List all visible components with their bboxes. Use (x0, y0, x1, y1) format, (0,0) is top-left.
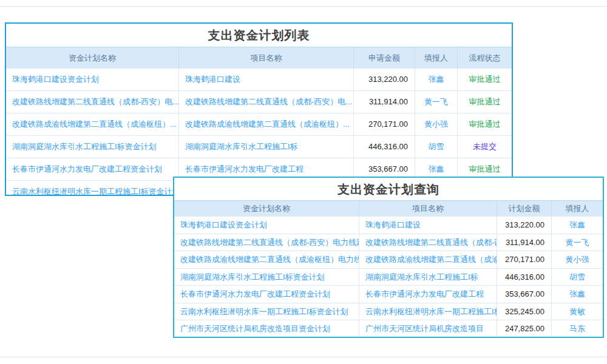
table-row[interactable]: 湖南洞庭湖水库引水工程施工I标资金计划湖南洞庭湖水库引水工程施工I标446,31… (6, 136, 512, 158)
cell-plan-name[interactable]: 湖南洞庭湖水库引水工程施工I标资金计划 (6, 136, 179, 158)
table-row[interactable]: 改建铁路成渝线增建第二直通线（成渝枢纽）电力线路迁改建铁路成渝线增建第二直通线（… (174, 251, 603, 269)
cell-reporter: 黄一飞 (415, 91, 458, 113)
column-header: 填报人 (552, 201, 603, 217)
table-row[interactable]: 改建铁路线增建第二线直通线（成都-西安）电...改建铁路线增建第二线直通线（成都… (6, 91, 512, 113)
cell-project-name[interactable]: 长春市伊通河水力发电厂改建工程 (359, 286, 497, 303)
cell-status: 审批通过 (458, 69, 512, 90)
page: 支出资金计划列表 资金计划名称项目名称申请金额填报人流程状态 珠海鹤港口建设资金… (0, 0, 607, 364)
cell-plan-name[interactable]: 长春市伊通河水力发电厂改建工程资金计划 (6, 158, 179, 180)
cell-status: 未提交 (458, 136, 512, 158)
column-header: 流程状态 (458, 47, 512, 69)
cell-project-name[interactable]: 珠海鹤港口建设 (179, 69, 354, 90)
cell-project-name[interactable]: 湖南洞庭湖水库引水工程施工I标 (359, 269, 497, 286)
table-row[interactable]: 云南水利枢纽潜明水库一期工程施工I标资金计划云南水利枢纽潜明水库一期工程施工I标… (174, 303, 603, 321)
cell-amount: 446,316.00 (354, 136, 415, 158)
page-bottom-border-line (0, 357, 607, 357)
column-header: 申请金额 (354, 47, 415, 69)
table-row[interactable]: 长春市伊通河水力发电厂改建工程资金计划长春市伊通河水力发电厂改建工程353,66… (174, 286, 603, 303)
cell-plan-name[interactable]: 云南水利枢纽潜明水库一期工程施工I标资金计划 (6, 181, 179, 196)
cell-reporter: 张鑫 (552, 286, 603, 303)
column-header: 填报人 (415, 47, 458, 69)
cell-amount: 270,171.00 (497, 251, 552, 268)
cell-project-name[interactable]: 湖南洞庭湖水库引水工程施工I标 (179, 136, 354, 158)
column-header: 项目名称 (359, 201, 497, 217)
cell-amount: 311,914.00 (354, 91, 415, 113)
table-row[interactable]: 珠海鹤港口建设资金计划珠海鹤港口建设313,220.00张鑫 (174, 217, 603, 234)
column-header: 计划金额 (497, 201, 552, 217)
column-header: 资金计划名称 (6, 47, 179, 69)
cell-plan-name[interactable]: 改建铁路成渝线增建第二直通线（成渝枢纽）... (6, 113, 179, 135)
cell-plan-name[interactable]: 改建铁路线增建第二线直通线（成都-西安）电力线路迁 (174, 234, 359, 251)
table-header-row: 资金计划名称项目名称计划金额填报人 (174, 201, 603, 217)
table-row[interactable]: 改建铁路成渝线增建第二直通线（成渝枢纽）...改建铁路成渝线增建第二直通线（成渝… (6, 113, 512, 136)
cell-project-name[interactable]: 广州市天河区统计局机房改造项目 (359, 320, 497, 338)
cell-reporter: 黄小强 (415, 113, 458, 135)
column-header: 项目名称 (179, 47, 354, 69)
cell-amount: 247,825.00 (497, 320, 552, 338)
cell-amount: 313,220.00 (354, 69, 415, 90)
cell-plan-name[interactable]: 珠海鹤港口建设资金计划 (174, 217, 359, 234)
cell-plan-name[interactable]: 湖南洞庭湖水库引水工程施工I标资金计划 (174, 269, 359, 286)
cell-reporter: 胡雪 (552, 269, 603, 286)
page-top-border-line (0, 6, 607, 7)
cell-reporter: 黄敏 (552, 303, 603, 320)
table-row[interactable]: 改建铁路线增建第二线直通线（成都-西安）电力线路迁改建铁路线增建第二线直通线（成… (174, 234, 603, 252)
cell-reporter: 马东 (552, 320, 603, 338)
cell-plan-name[interactable]: 云南水利枢纽潜明水库一期工程施工I标资金计划 (174, 303, 359, 320)
cell-amount: 325,245.00 (497, 303, 552, 320)
cell-amount: 311,914.00 (497, 234, 552, 251)
cell-project-name[interactable]: 珠海鹤港口建设 (359, 217, 497, 234)
cell-reporter: 张鑫 (415, 69, 458, 90)
table-row[interactable]: 湖南洞庭湖水库引水工程施工I标资金计划湖南洞庭湖水库引水工程施工I标446,31… (174, 269, 603, 286)
cell-project-name[interactable]: 改建铁路成渝线增建第二直通线（成渝枢纽）... (179, 113, 354, 135)
cell-status: 审批通过 (458, 113, 512, 135)
cell-plan-name[interactable]: 广州市天河区统计局机房改造项目资金计划 (174, 320, 359, 338)
page-title: 支出资金计划列表 (6, 24, 512, 47)
cell-amount: 313,220.00 (497, 217, 552, 234)
cell-project-name[interactable]: 云南水利枢纽潜明水库一期工程施工I标 (359, 303, 497, 320)
cell-amount: 270,171.00 (354, 113, 415, 135)
expenditure-plan-query-window: 支出资金计划查询 资金计划名称项目名称计划金额填报人 珠海鹤港口建设资金计划珠海… (173, 177, 604, 338)
table-row[interactable]: 广州市天河区统计局机房改造项目资金计划广州市天河区统计局机房改造项目247,82… (174, 320, 603, 338)
cell-reporter: 胡雪 (415, 136, 458, 158)
cell-plan-name[interactable]: 改建铁路成渝线增建第二直通线（成渝枢纽）电力线路迁 (174, 251, 359, 268)
table-body: 珠海鹤港口建设资金计划珠海鹤港口建设313,220.00张鑫改建铁路线增建第二线… (174, 217, 603, 338)
table-header-row: 资金计划名称项目名称申请金额填报人流程状态 (6, 47, 512, 69)
cell-reporter: 黄小强 (552, 251, 603, 268)
column-header: 资金计划名称 (174, 201, 359, 217)
cell-project-name[interactable]: 改建铁路成渝线增建第二直通线（成渝枢纽 (359, 251, 497, 268)
cell-reporter: 张鑫 (552, 217, 603, 234)
cell-amount: 446,316.00 (497, 269, 552, 286)
cell-project-name[interactable]: 改建铁路线增建第二线直通线（成都-西安）电... (179, 91, 354, 113)
page-title: 支出资金计划查询 (174, 178, 603, 201)
cell-status: 审批通过 (458, 91, 512, 113)
cell-plan-name[interactable]: 改建铁路线增建第二线直通线（成都-西安）电... (6, 91, 179, 113)
cell-plan-name[interactable]: 珠海鹤港口建设资金计划 (6, 69, 179, 90)
expenditure-plan-list-window: 支出资金计划列表 资金计划名称项目名称申请金额填报人流程状态 珠海鹤港口建设资金… (5, 22, 513, 196)
cell-plan-name[interactable]: 长春市伊通河水力发电厂改建工程资金计划 (174, 286, 359, 303)
cell-reporter: 黄一飞 (552, 234, 603, 251)
cell-amount: 353,667.00 (497, 286, 552, 303)
table-row[interactable]: 珠海鹤港口建设资金计划珠海鹤港口建设313,220.00张鑫审批通过 (6, 69, 512, 91)
cell-project-name[interactable]: 改建铁路线增建第二线直通线（成都-西安 (359, 234, 497, 251)
